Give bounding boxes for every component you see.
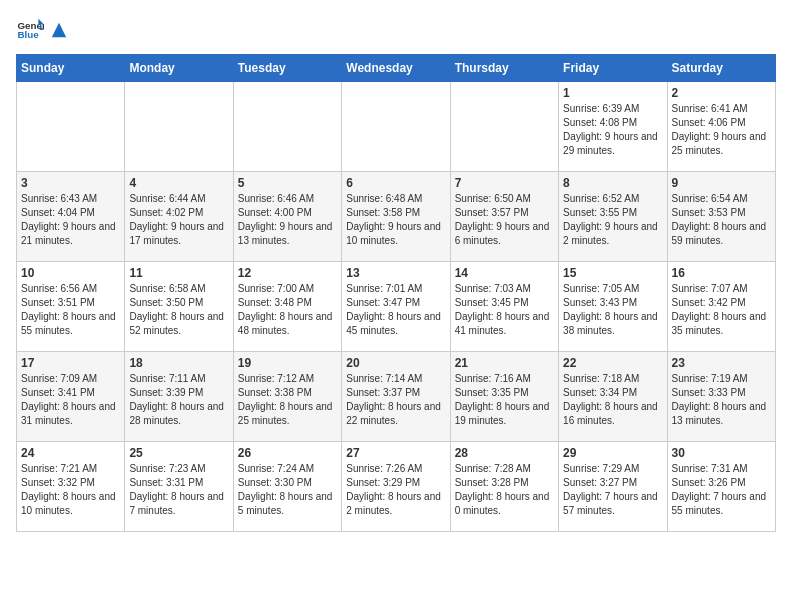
day-number: 24 [21, 446, 120, 460]
week-row-4: 17Sunrise: 7:09 AM Sunset: 3:41 PM Dayli… [17, 352, 776, 442]
day-number: 26 [238, 446, 337, 460]
calendar-cell: 7Sunrise: 6:50 AM Sunset: 3:57 PM Daylig… [450, 172, 558, 262]
calendar-cell: 15Sunrise: 7:05 AM Sunset: 3:43 PM Dayli… [559, 262, 667, 352]
calendar-cell [125, 82, 233, 172]
week-row-2: 3Sunrise: 6:43 AM Sunset: 4:04 PM Daylig… [17, 172, 776, 262]
day-info: Sunrise: 7:14 AM Sunset: 3:37 PM Dayligh… [346, 372, 445, 428]
calendar-cell: 30Sunrise: 7:31 AM Sunset: 3:26 PM Dayli… [667, 442, 775, 532]
day-info: Sunrise: 7:05 AM Sunset: 3:43 PM Dayligh… [563, 282, 662, 338]
day-info: Sunrise: 7:23 AM Sunset: 3:31 PM Dayligh… [129, 462, 228, 518]
day-info: Sunrise: 6:43 AM Sunset: 4:04 PM Dayligh… [21, 192, 120, 248]
calendar-cell: 8Sunrise: 6:52 AM Sunset: 3:55 PM Daylig… [559, 172, 667, 262]
day-info: Sunrise: 6:44 AM Sunset: 4:02 PM Dayligh… [129, 192, 228, 248]
calendar-cell: 10Sunrise: 6:56 AM Sunset: 3:51 PM Dayli… [17, 262, 125, 352]
day-number: 2 [672, 86, 771, 100]
day-info: Sunrise: 6:54 AM Sunset: 3:53 PM Dayligh… [672, 192, 771, 248]
day-number: 4 [129, 176, 228, 190]
week-row-5: 24Sunrise: 7:21 AM Sunset: 3:32 PM Dayli… [17, 442, 776, 532]
svg-marker-4 [52, 23, 66, 37]
day-info: Sunrise: 6:50 AM Sunset: 3:57 PM Dayligh… [455, 192, 554, 248]
calendar-cell: 25Sunrise: 7:23 AM Sunset: 3:31 PM Dayli… [125, 442, 233, 532]
calendar-cell: 16Sunrise: 7:07 AM Sunset: 3:42 PM Dayli… [667, 262, 775, 352]
day-number: 7 [455, 176, 554, 190]
calendar-cell: 19Sunrise: 7:12 AM Sunset: 3:38 PM Dayli… [233, 352, 341, 442]
calendar-cell: 3Sunrise: 6:43 AM Sunset: 4:04 PM Daylig… [17, 172, 125, 262]
day-info: Sunrise: 7:07 AM Sunset: 3:42 PM Dayligh… [672, 282, 771, 338]
day-number: 20 [346, 356, 445, 370]
day-info: Sunrise: 7:12 AM Sunset: 3:38 PM Dayligh… [238, 372, 337, 428]
day-number: 18 [129, 356, 228, 370]
day-number: 27 [346, 446, 445, 460]
calendar-cell [450, 82, 558, 172]
week-row-1: 1Sunrise: 6:39 AM Sunset: 4:08 PM Daylig… [17, 82, 776, 172]
day-info: Sunrise: 7:21 AM Sunset: 3:32 PM Dayligh… [21, 462, 120, 518]
day-info: Sunrise: 6:46 AM Sunset: 4:00 PM Dayligh… [238, 192, 337, 248]
day-info: Sunrise: 7:26 AM Sunset: 3:29 PM Dayligh… [346, 462, 445, 518]
calendar-cell: 4Sunrise: 6:44 AM Sunset: 4:02 PM Daylig… [125, 172, 233, 262]
calendar-cell: 11Sunrise: 6:58 AM Sunset: 3:50 PM Dayli… [125, 262, 233, 352]
day-number: 3 [21, 176, 120, 190]
header-sunday: Sunday [17, 55, 125, 82]
day-number: 17 [21, 356, 120, 370]
day-info: Sunrise: 7:11 AM Sunset: 3:39 PM Dayligh… [129, 372, 228, 428]
day-number: 30 [672, 446, 771, 460]
day-number: 6 [346, 176, 445, 190]
day-number: 14 [455, 266, 554, 280]
calendar-cell: 28Sunrise: 7:28 AM Sunset: 3:28 PM Dayli… [450, 442, 558, 532]
day-info: Sunrise: 7:31 AM Sunset: 3:26 PM Dayligh… [672, 462, 771, 518]
day-info: Sunrise: 7:03 AM Sunset: 3:45 PM Dayligh… [455, 282, 554, 338]
calendar-cell: 26Sunrise: 7:24 AM Sunset: 3:30 PM Dayli… [233, 442, 341, 532]
calendar-cell: 13Sunrise: 7:01 AM Sunset: 3:47 PM Dayli… [342, 262, 450, 352]
header-friday: Friday [559, 55, 667, 82]
day-info: Sunrise: 7:19 AM Sunset: 3:33 PM Dayligh… [672, 372, 771, 428]
svg-text:Blue: Blue [17, 29, 39, 40]
day-number: 13 [346, 266, 445, 280]
day-info: Sunrise: 7:28 AM Sunset: 3:28 PM Dayligh… [455, 462, 554, 518]
header-wednesday: Wednesday [342, 55, 450, 82]
calendar-cell: 23Sunrise: 7:19 AM Sunset: 3:33 PM Dayli… [667, 352, 775, 442]
day-info: Sunrise: 7:00 AM Sunset: 3:48 PM Dayligh… [238, 282, 337, 338]
day-info: Sunrise: 6:58 AM Sunset: 3:50 PM Dayligh… [129, 282, 228, 338]
logo-icon: General Blue [16, 16, 44, 44]
calendar-cell: 27Sunrise: 7:26 AM Sunset: 3:29 PM Dayli… [342, 442, 450, 532]
day-number: 21 [455, 356, 554, 370]
calendar-cell: 1Sunrise: 6:39 AM Sunset: 4:08 PM Daylig… [559, 82, 667, 172]
day-info: Sunrise: 6:41 AM Sunset: 4:06 PM Dayligh… [672, 102, 771, 158]
day-number: 10 [21, 266, 120, 280]
logo-triangle-icon [50, 21, 68, 39]
day-number: 28 [455, 446, 554, 460]
logo: General Blue [16, 16, 68, 44]
header-saturday: Saturday [667, 55, 775, 82]
calendar-cell [17, 82, 125, 172]
day-info: Sunrise: 7:29 AM Sunset: 3:27 PM Dayligh… [563, 462, 662, 518]
day-number: 16 [672, 266, 771, 280]
header-monday: Monday [125, 55, 233, 82]
calendar-cell: 12Sunrise: 7:00 AM Sunset: 3:48 PM Dayli… [233, 262, 341, 352]
day-number: 8 [563, 176, 662, 190]
calendar-cell [233, 82, 341, 172]
day-info: Sunrise: 7:16 AM Sunset: 3:35 PM Dayligh… [455, 372, 554, 428]
calendar-cell [342, 82, 450, 172]
day-number: 29 [563, 446, 662, 460]
calendar-cell: 22Sunrise: 7:18 AM Sunset: 3:34 PM Dayli… [559, 352, 667, 442]
day-info: Sunrise: 6:56 AM Sunset: 3:51 PM Dayligh… [21, 282, 120, 338]
header-thursday: Thursday [450, 55, 558, 82]
day-info: Sunrise: 6:39 AM Sunset: 4:08 PM Dayligh… [563, 102, 662, 158]
day-number: 19 [238, 356, 337, 370]
day-number: 12 [238, 266, 337, 280]
day-info: Sunrise: 6:52 AM Sunset: 3:55 PM Dayligh… [563, 192, 662, 248]
day-info: Sunrise: 6:48 AM Sunset: 3:58 PM Dayligh… [346, 192, 445, 248]
calendar-cell: 5Sunrise: 6:46 AM Sunset: 4:00 PM Daylig… [233, 172, 341, 262]
day-number: 5 [238, 176, 337, 190]
day-number: 15 [563, 266, 662, 280]
day-number: 9 [672, 176, 771, 190]
day-info: Sunrise: 7:01 AM Sunset: 3:47 PM Dayligh… [346, 282, 445, 338]
header-tuesday: Tuesday [233, 55, 341, 82]
day-number: 23 [672, 356, 771, 370]
calendar-cell: 14Sunrise: 7:03 AM Sunset: 3:45 PM Dayli… [450, 262, 558, 352]
calendar-cell: 18Sunrise: 7:11 AM Sunset: 3:39 PM Dayli… [125, 352, 233, 442]
day-number: 25 [129, 446, 228, 460]
calendar-cell: 2Sunrise: 6:41 AM Sunset: 4:06 PM Daylig… [667, 82, 775, 172]
day-number: 1 [563, 86, 662, 100]
page-header: General Blue [16, 16, 776, 44]
